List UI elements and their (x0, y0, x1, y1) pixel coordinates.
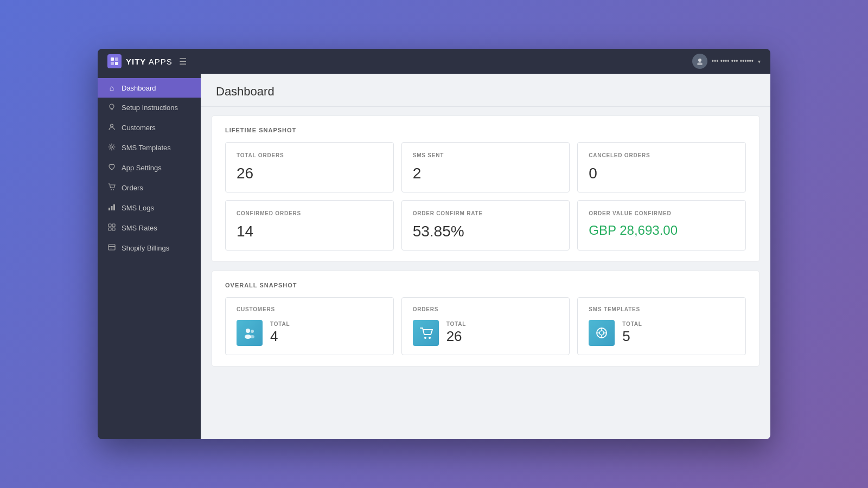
stat-card-total-orders: TOTAL ORDERS 26 (225, 142, 394, 192)
svg-point-21 (246, 329, 250, 333)
svg-rect-15 (112, 224, 115, 227)
svg-point-6 (110, 104, 114, 108)
stat-label-sms-sent: SMS SENT (413, 152, 559, 158)
stat-value-order-confirm-rate: 53.85% (413, 223, 559, 240)
overall-sms-templates-total-value: 5 (622, 328, 642, 345)
svg-point-7 (111, 124, 113, 127)
overall-snapshot-section: OVERALL SNAPSHOT CUSTOMERS (212, 271, 760, 367)
stat-label-canceled-orders: CANCELED ORDERS (589, 152, 735, 158)
app-window: YITY APPS ☰ ••• •••• ••• •••••• ▾ ⌂ Dash… (98, 49, 770, 439)
svg-point-5 (697, 62, 703, 65)
sidebar-item-sms-rates[interactable]: SMS Rates (98, 218, 201, 238)
stat-label-order-confirm-rate: ORDER CONFIRM RATE (413, 210, 559, 216)
svg-rect-13 (113, 204, 115, 210)
svg-rect-11 (108, 208, 110, 210)
sidebar-item-setup-instructions[interactable]: Setup Instructions (98, 98, 201, 118)
svg-rect-17 (112, 228, 115, 230)
overall-card-orders-content: TOTAL 26 (413, 320, 559, 346)
overall-orders-total-value: 26 (446, 328, 466, 345)
sidebar-item-dashboard[interactable]: ⌂ Dashboard (98, 78, 201, 98)
page-header: Dashboard (201, 74, 770, 107)
stat-label-order-value-confirmed: ORDER VALUE CONFIRMED (589, 210, 735, 216)
lifetime-stats-grid: TOTAL ORDERS 26 SMS SENT 2 CANCELED ORDE… (225, 142, 746, 251)
orders-icon-box (413, 320, 439, 346)
main-layout: ⌂ Dashboard Setup Instructions (98, 74, 770, 439)
stat-value-total-orders: 26 (237, 165, 382, 182)
person-icon (107, 123, 116, 132)
stat-value-canceled-orders: 0 (589, 165, 735, 182)
sidebar-item-app-settings[interactable]: App Settings (98, 158, 201, 178)
sidebar-item-shopify-billings[interactable]: Shopify Billings (98, 238, 201, 258)
user-avatar (692, 54, 707, 69)
svg-point-23 (251, 330, 254, 333)
sms-templates-icon-box (589, 320, 615, 346)
hamburger-button[interactable]: ☰ (179, 56, 187, 67)
overall-card-sms-templates-content: TOTAL 5 (589, 320, 735, 346)
stat-label-total-orders: TOTAL ORDERS (237, 152, 382, 158)
svg-rect-0 (111, 57, 114, 61)
logo: YITY APPS (107, 54, 173, 68)
customers-icon-box (237, 320, 263, 346)
svg-point-8 (111, 146, 113, 148)
topbar-right: ••• •••• ••• •••••• ▾ (692, 54, 761, 69)
sidebar-item-orders-label: Orders (122, 184, 143, 192)
home-icon: ⌂ (107, 84, 116, 92)
user-name: ••• •••• ••• •••••• (712, 57, 754, 65)
overall-card-sms-templates-title: SMS TEMPLATES (589, 306, 735, 312)
svg-rect-18 (108, 245, 115, 250)
sidebar-item-sms-logs-label: SMS Logs (122, 204, 154, 212)
overall-customers-total-value: 4 (270, 328, 290, 345)
sidebar: ⌂ Dashboard Setup Instructions (98, 74, 201, 439)
svg-point-9 (111, 189, 112, 190)
overall-stats-grid: CUSTOMERS TOTAL (225, 297, 746, 355)
sidebar-item-customers[interactable]: Customers (98, 118, 201, 138)
sidebar-item-sms-templates[interactable]: SMS Templates (98, 138, 201, 158)
sidebar-item-sms-logs[interactable]: SMS Logs (98, 198, 201, 218)
sidebar-item-shopify-billings-label: Shopify Billings (122, 244, 169, 252)
stat-card-order-value-confirmed: ORDER VALUE CONFIRMED GBP 28,693.00 (577, 200, 746, 251)
sidebar-item-app-settings-label: App Settings (122, 164, 162, 172)
app-name: YITY APPS (126, 57, 173, 66)
svg-rect-14 (108, 224, 111, 227)
stat-value-order-value-confirmed: GBP 28,693.00 (589, 223, 735, 238)
svg-point-24 (250, 335, 254, 338)
overall-card-customers-content: TOTAL 4 (237, 320, 382, 346)
gear-icon (107, 143, 116, 152)
svg-point-28 (599, 331, 604, 335)
overall-sms-templates-totals: TOTAL 5 (622, 321, 642, 345)
chart-icon (107, 203, 116, 213)
overall-sms-templates-total-label: TOTAL (622, 321, 642, 327)
svg-rect-16 (108, 228, 111, 230)
sidebar-item-sms-rates-label: SMS Rates (122, 224, 157, 232)
overall-card-sms-templates: SMS TEMPLATES (577, 297, 746, 355)
overall-customers-totals: TOTAL 4 (270, 321, 290, 345)
svg-rect-2 (111, 62, 114, 65)
sidebar-item-customers-label: Customers (122, 124, 156, 132)
sidebar-item-sms-templates-label: SMS Templates (122, 144, 171, 152)
lifetime-snapshot-title: LIFETIME SNAPSHOT (225, 127, 746, 133)
overall-customers-total-label: TOTAL (270, 321, 290, 327)
svg-point-26 (429, 337, 431, 339)
billing-icon (107, 243, 116, 253)
sidebar-item-setup-label: Setup Instructions (122, 104, 178, 112)
stat-card-order-confirm-rate: ORDER CONFIRM RATE 53.85% (401, 200, 570, 251)
stat-card-canceled-orders: CANCELED ORDERS 0 (577, 142, 746, 192)
user-dropdown-arrow[interactable]: ▾ (758, 59, 761, 65)
svg-rect-3 (115, 62, 118, 65)
stat-label-confirmed-orders: CONFIRMED ORDERS (237, 210, 382, 216)
grid-icon (107, 223, 116, 233)
page-title: Dashboard (216, 85, 755, 99)
overall-orders-totals: TOTAL 26 (446, 321, 466, 345)
svg-point-25 (424, 337, 426, 339)
overall-card-orders: ORDERS TOTAL 26 (401, 297, 570, 355)
logo-icon (107, 54, 122, 68)
content-area: Dashboard LIFETIME SNAPSHOT TOTAL ORDERS… (201, 74, 770, 439)
bulb-icon (107, 103, 116, 112)
sidebar-item-orders[interactable]: Orders (98, 178, 201, 198)
overall-snapshot-title: OVERALL SNAPSHOT (225, 282, 746, 288)
overall-card-customers: CUSTOMERS TOTAL (225, 297, 394, 355)
svg-rect-12 (111, 206, 113, 210)
topbar: YITY APPS ☰ ••• •••• ••• •••••• ▾ (98, 49, 770, 74)
stat-value-sms-sent: 2 (413, 165, 559, 182)
svg-point-10 (113, 189, 114, 190)
